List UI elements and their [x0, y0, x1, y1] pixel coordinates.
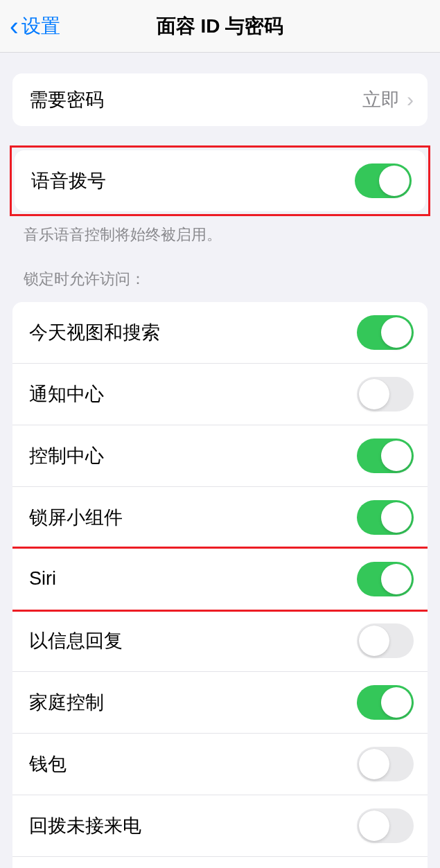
toggle-knob	[381, 502, 412, 533]
lock-access-row-siri: Siri	[12, 549, 428, 610]
back-button[interactable]: ‹ 设置	[0, 13, 60, 39]
lock-access-label-control: 控制中心	[29, 443, 357, 468]
lock-access-group: 今天视图和搜索通知中心控制中心锁屏小组件Siri以信息回复家庭控制钱包回拨未接来…	[12, 302, 428, 868]
toggle-knob	[379, 166, 410, 196]
lock-access-label-siri: Siri	[29, 568, 357, 590]
lock-access-toggle-reply[interactable]	[357, 623, 414, 658]
lock-access-toggle-siri[interactable]	[357, 562, 414, 596]
lock-access-row-wallet: 钱包	[12, 734, 428, 795]
lock-access-header: 锁定时允许访问：	[0, 245, 440, 296]
toggle-knob	[381, 687, 412, 718]
lock-access-label-callback: 回拨未接来电	[29, 813, 357, 838]
lock-access-toggle-control[interactable]	[357, 439, 414, 473]
toggle-knob	[381, 564, 412, 594]
lock-access-row-home: 家庭控制	[12, 672, 428, 734]
voice-dial-label: 语音拨号	[31, 168, 355, 193]
lock-access-row-callback: 回拨未接来电	[12, 795, 428, 857]
toggle-knob	[381, 441, 412, 471]
lock-access-toggle-today[interactable]	[357, 315, 414, 350]
lock-access-label-widgets: 锁屏小组件	[29, 505, 357, 530]
voice-dial-row: 语音拨号	[15, 150, 425, 211]
lock-access-toggle-widgets[interactable]	[357, 500, 414, 535]
lock-access-row-reply: 以信息回复	[12, 610, 428, 672]
lock-access-label-home: 家庭控制	[29, 690, 357, 715]
voice-dial-footer: 音乐语音控制将始终被启用。	[0, 216, 440, 245]
lock-access-label-today: 今天视图和搜索	[29, 320, 357, 345]
toggle-knob	[359, 811, 389, 841]
voice-dial-toggle[interactable]	[355, 163, 412, 198]
lock-access-toggle-notification[interactable]	[357, 377, 414, 411]
chevron-left-icon: ‹	[10, 13, 19, 39]
lock-access-row-today: 今天视图和搜索	[12, 302, 428, 364]
lock-access-toggle-callback[interactable]	[357, 808, 414, 843]
lock-access-toggle-wallet[interactable]	[357, 747, 414, 781]
require-passcode-label: 需要密码	[29, 87, 362, 112]
lock-access-label-reply: 以信息回复	[29, 628, 357, 653]
highlight-voice-dial: 语音拨号	[10, 145, 430, 216]
page-title: 面容 ID 与密码	[0, 13, 440, 39]
require-passcode-row[interactable]: 需要密码 立即 ›	[12, 73, 428, 126]
lock-access-row-widgets: 锁屏小组件	[12, 487, 428, 549]
voice-dial-group: 语音拨号	[15, 150, 425, 211]
passcode-group: 需要密码 立即 ›	[12, 73, 428, 126]
toggle-knob	[359, 626, 389, 656]
toggle-knob	[359, 379, 389, 409]
lock-access-toggle-home[interactable]	[357, 685, 414, 720]
lock-access-label-notification: 通知中心	[29, 382, 357, 407]
lock-access-row-control: 控制中心	[12, 425, 428, 487]
lock-access-label-wallet: 钱包	[29, 752, 357, 777]
nav-bar: ‹ 设置 面容 ID 与密码	[0, 0, 440, 53]
require-passcode-value: 立即	[362, 87, 400, 112]
chevron-right-icon: ›	[407, 88, 414, 112]
back-label: 设置	[21, 13, 60, 39]
toggle-knob	[359, 749, 389, 779]
lock-access-row-usb: USB 配件	[12, 857, 428, 868]
content-area: 需要密码 立即 › 语音拨号 音乐语音控制将始终被启用。 锁定时允许访问： 今天…	[0, 73, 440, 868]
lock-access-row-notification: 通知中心	[12, 364, 428, 425]
toggle-knob	[381, 317, 412, 348]
